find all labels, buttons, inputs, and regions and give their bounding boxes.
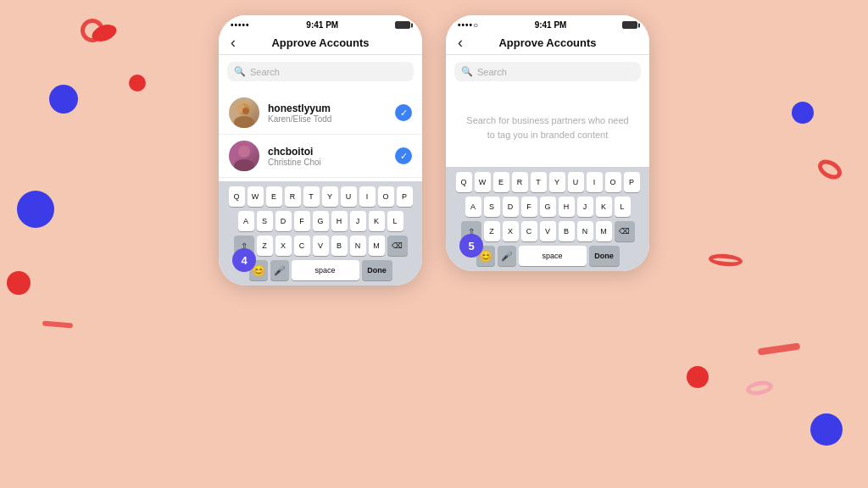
key-c[interactable]: C bbox=[294, 236, 310, 256]
svg-point-5 bbox=[234, 159, 254, 171]
username-chcboitoi: chcboitoi bbox=[268, 146, 387, 158]
key-q[interactable]: Q bbox=[229, 186, 245, 207]
key-n[interactable]: N bbox=[350, 236, 366, 256]
phone-5-content: Search for business partners who need to… bbox=[446, 88, 649, 167]
phone-5-empty-state: Search for business partners who need to… bbox=[446, 88, 649, 167]
key-g[interactable]: G bbox=[313, 211, 329, 231]
key-z[interactable]: Z bbox=[257, 236, 273, 256]
phone-5-battery bbox=[622, 21, 637, 29]
user-info-chcboitoi: chcboitoi Christine Choi bbox=[268, 146, 387, 167]
key-k[interactable]: K bbox=[369, 211, 385, 231]
key5-space[interactable]: space bbox=[519, 246, 587, 266]
check-badge-honestlyyum[interactable]: ✓ bbox=[395, 104, 412, 121]
phone-4-keyboard-row-2: A S D F G H J K L bbox=[222, 211, 419, 231]
key5-s[interactable]: S bbox=[484, 197, 500, 217]
user-info-honestlyyum: honestlyyum Karen/Elise Todd bbox=[268, 103, 387, 124]
deco-blob-7 bbox=[810, 413, 843, 446]
key-w[interactable]: W bbox=[248, 186, 264, 207]
key5-u[interactable]: U bbox=[568, 172, 584, 192]
key5-f[interactable]: F bbox=[521, 197, 537, 217]
phone-4-nav-bar: ‹ Approve Accounts bbox=[219, 31, 422, 55]
phone-5-empty-state-text: Search for business partners who need to… bbox=[463, 114, 632, 141]
phone-4-keyboard-row-1: Q W E R T Y U I O P bbox=[222, 186, 419, 207]
phone-5-back-button[interactable]: ‹ bbox=[458, 34, 463, 52]
key-mic[interactable]: 🎤 bbox=[270, 260, 289, 280]
phone-4-search-bar[interactable]: 🔍 Search bbox=[227, 62, 414, 81]
key-t[interactable]: T bbox=[303, 186, 320, 207]
key-f[interactable]: F bbox=[294, 211, 310, 231]
key-e[interactable]: E bbox=[266, 186, 282, 207]
step-badge-5: 5 bbox=[459, 234, 483, 258]
key5-w[interactable]: W bbox=[475, 172, 491, 192]
key-o[interactable]: O bbox=[378, 186, 394, 207]
deco-ring-4 bbox=[745, 379, 774, 396]
key5-p[interactable]: P bbox=[624, 172, 640, 192]
svg-point-3 bbox=[242, 108, 249, 114]
key-h[interactable]: H bbox=[331, 211, 348, 231]
key-y[interactable]: Y bbox=[322, 186, 338, 207]
key5-n[interactable]: N bbox=[577, 221, 593, 241]
user-subtitle-honestlyyum: Karen/Elise Todd bbox=[268, 114, 387, 124]
key5-c[interactable]: C bbox=[521, 221, 537, 241]
key5-g[interactable]: G bbox=[540, 197, 556, 217]
phone-5-search-input[interactable]: Search bbox=[477, 67, 507, 77]
key-d[interactable]: D bbox=[275, 211, 292, 231]
svg-point-4 bbox=[238, 146, 250, 158]
deco-scribble-1 bbox=[758, 343, 801, 356]
key-x[interactable]: X bbox=[275, 236, 292, 256]
key5-o[interactable]: O bbox=[605, 172, 621, 192]
key5-k[interactable]: K bbox=[596, 197, 612, 217]
key5-z[interactable]: Z bbox=[484, 221, 500, 241]
phone-4-status-bar: ••••• 9:41 PM bbox=[219, 15, 422, 31]
key-j[interactable]: J bbox=[350, 211, 366, 231]
key5-v[interactable]: V bbox=[540, 221, 556, 241]
key-done[interactable]: Done bbox=[362, 260, 392, 280]
check-badge-chcboitoi[interactable]: ✓ bbox=[395, 147, 412, 164]
user-item-honestlyyum[interactable]: honestlyyum Karen/Elise Todd ✓ bbox=[219, 92, 422, 135]
key5-j[interactable]: J bbox=[577, 197, 593, 217]
key5-h[interactable]: H bbox=[559, 197, 575, 217]
key5-q[interactable]: Q bbox=[456, 172, 472, 192]
phone-5-signal: ••••○ bbox=[458, 20, 479, 30]
key5-e[interactable]: E bbox=[493, 172, 509, 192]
key-r[interactable]: R bbox=[285, 186, 301, 207]
user-subtitle-chcboitoi: Christine Choi bbox=[268, 158, 387, 167]
key5-i[interactable]: I bbox=[587, 172, 603, 192]
key-s[interactable]: S bbox=[257, 211, 273, 231]
key5-backspace[interactable]: ⌫ bbox=[615, 221, 635, 241]
key-space[interactable]: space bbox=[292, 260, 359, 280]
phone-5-search-bar[interactable]: 🔍 Search bbox=[454, 62, 641, 81]
key-b[interactable]: B bbox=[331, 236, 348, 256]
key5-a[interactable]: A bbox=[465, 197, 481, 217]
key5-done[interactable]: Done bbox=[589, 246, 620, 266]
phone-4-search-icon: 🔍 bbox=[234, 66, 246, 77]
avatar-honestlyyum bbox=[229, 97, 259, 128]
user-item-chcboitoi[interactable]: chcboitoi Christine Choi ✓ bbox=[219, 135, 422, 178]
key5-r[interactable]: R bbox=[512, 172, 528, 192]
key5-l[interactable]: L bbox=[615, 197, 631, 217]
key5-b[interactable]: B bbox=[559, 221, 575, 241]
phone-4-back-button[interactable]: ‹ bbox=[231, 34, 236, 52]
key5-x[interactable]: X bbox=[503, 221, 519, 241]
key5-d[interactable]: D bbox=[503, 197, 519, 217]
phone-5-nav-bar: ‹ Approve Accounts bbox=[446, 31, 649, 55]
phone-5-time: 9:41 PM bbox=[535, 20, 567, 30]
key-a[interactable]: A bbox=[238, 211, 254, 231]
key-v[interactable]: V bbox=[313, 236, 329, 256]
key-p[interactable]: P bbox=[397, 186, 413, 207]
deco-scribble-2 bbox=[42, 320, 73, 328]
key5-y[interactable]: Y bbox=[549, 172, 565, 192]
key-u[interactable]: U bbox=[341, 186, 357, 207]
phone-4-search-input[interactable]: Search bbox=[250, 67, 280, 77]
phone-4-signal: ••••• bbox=[231, 20, 250, 30]
key5-mic[interactable]: 🎤 bbox=[498, 246, 516, 266]
phone-5-search-icon: 🔍 bbox=[461, 66, 473, 77]
phones-container: ••••• 9:41 PM ‹ Approve Accounts 🔍 Searc… bbox=[0, 0, 868, 286]
key-backspace[interactable]: ⌫ bbox=[387, 236, 408, 256]
key-i[interactable]: I bbox=[359, 186, 376, 207]
key5-t[interactable]: T bbox=[531, 172, 547, 192]
phone-5: ••••○ 9:41 PM ‹ Approve Accounts 🔍 Searc… bbox=[446, 15, 649, 271]
key-l[interactable]: L bbox=[387, 211, 403, 231]
key5-m[interactable]: M bbox=[596, 221, 612, 241]
key-m[interactable]: M bbox=[369, 236, 385, 256]
